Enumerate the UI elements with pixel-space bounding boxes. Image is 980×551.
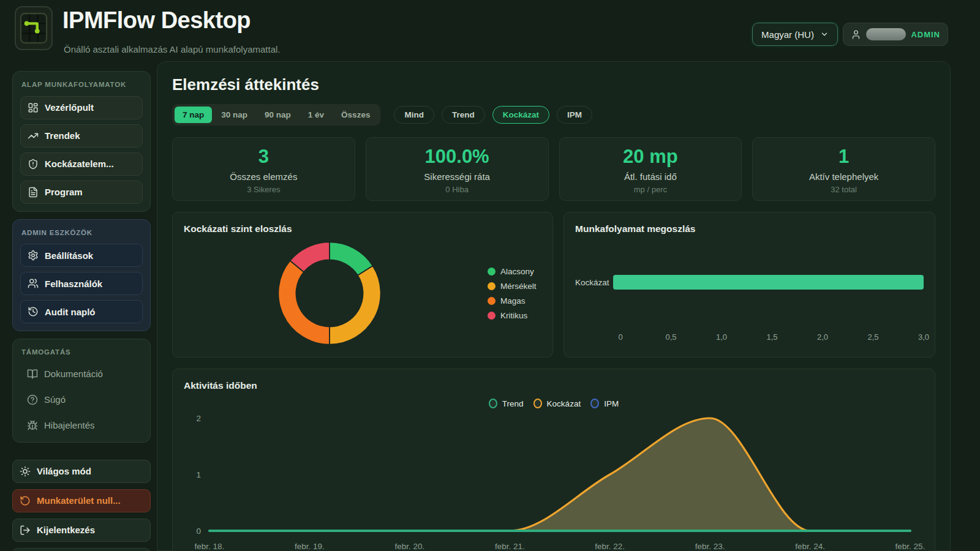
side-button-label: Világos mód bbox=[37, 466, 91, 476]
charts-row: Kockázati szint eloszlás AlacsonyMérséke… bbox=[172, 212, 935, 358]
sidebar-item-dokumentacio[interactable]: Dokumentáció bbox=[20, 365, 143, 383]
x-axis-tick: 2,5 bbox=[867, 332, 878, 342]
book-open-icon bbox=[27, 369, 38, 380]
sidebar-item-label: Felhasználók bbox=[45, 279, 102, 289]
x-axis-tick: 3,0 bbox=[918, 332, 929, 342]
tab-90-nap[interactable]: 90 nap bbox=[257, 107, 299, 123]
sidebar-group-admin: ADMIN ESZKÖZÖK Beállítások Felhasználók … bbox=[12, 219, 151, 332]
user-pill[interactable]: ADMIN bbox=[843, 23, 948, 46]
app-logo bbox=[15, 6, 53, 50]
sidebar-item-hibajelentes[interactable]: Hibajelentés bbox=[20, 416, 143, 435]
stat-sub: 0 Hiba bbox=[366, 185, 548, 194]
filter-ipm[interactable]: IPM bbox=[557, 106, 592, 124]
legend-item-Kritikus[interactable]: Kritikus bbox=[488, 311, 537, 320]
filter-trend[interactable]: Trend bbox=[442, 106, 485, 124]
x-axis-tick: febr. 22. bbox=[595, 542, 625, 551]
bar-axis-ticks: 00,51,01,52,02,53,0 bbox=[620, 332, 924, 342]
side-button-label: Kijelentkezés bbox=[37, 525, 95, 535]
sidebar-item-trendek[interactable]: Trendek bbox=[20, 124, 143, 148]
filter-mind[interactable]: Mind bbox=[394, 106, 434, 124]
donut-segment-Mérsékelt[interactable] bbox=[330, 266, 381, 344]
language-select-value: Magyar (HU) bbox=[761, 29, 814, 40]
sidebar-item-label: Beállítások bbox=[45, 250, 93, 261]
sidebar-item-vezerlopult[interactable]: Vezérlőpult bbox=[20, 96, 143, 119]
sidebar-item-label: Kockázatelem... bbox=[45, 159, 114, 169]
workflow-distribution-card: Munkafolyamat megoszlás Kockázat 00,51,0… bbox=[564, 212, 935, 358]
gear-icon bbox=[28, 250, 39, 261]
stat-label: Összes elemzés bbox=[173, 171, 355, 182]
y-axis-tick: 1 bbox=[196, 470, 201, 479]
time-range-tabs: 7 nap 30 nap 90 nap 1 év Összes bbox=[172, 104, 380, 126]
sidebar-item-program[interactable]: Program bbox=[20, 181, 143, 204]
x-axis-tick: 2,0 bbox=[817, 332, 828, 342]
light-mode-button[interactable]: Világos mód bbox=[12, 460, 151, 483]
sidebar-item-label: Trendek bbox=[45, 130, 80, 141]
legend-label: Kritikus bbox=[500, 311, 527, 320]
reset-workspace-button[interactable]: Munkaterület null... bbox=[12, 489, 151, 512]
activity-chart: 012febr. 18.febr. 19.febr. 20.febr. 21.f… bbox=[184, 405, 920, 551]
sidebar-item-label: Hibajelentés bbox=[44, 420, 95, 430]
risk-distribution-card: Kockázati szint eloszlás AlacsonyMérséke… bbox=[172, 212, 553, 358]
tab-1-ev[interactable]: 1 év bbox=[300, 107, 332, 123]
stat-card-osszes-elemzes: 3 Összes elemzés 3 Sikeres bbox=[172, 137, 355, 201]
bug-icon bbox=[27, 420, 38, 431]
stat-value: 100.0% bbox=[366, 146, 548, 168]
sidebar-item-audit-naplo[interactable]: Audit napló bbox=[20, 300, 143, 323]
legend-item-Magas[interactable]: Magas bbox=[488, 296, 537, 305]
chart-title: Aktivitás időben bbox=[184, 380, 924, 391]
user-name-redacted bbox=[866, 28, 906, 40]
logout-button[interactable]: Kijelentkezés bbox=[12, 519, 151, 542]
legend-item-Alacsony[interactable]: Alacsony bbox=[488, 267, 537, 276]
users-icon bbox=[28, 278, 39, 289]
x-axis-tick: 1,0 bbox=[716, 332, 727, 342]
filter-kockazat[interactable]: Kockázat bbox=[492, 106, 549, 124]
app-title: IPMFlow Desktop bbox=[62, 7, 251, 34]
legend-dot bbox=[488, 297, 496, 305]
sidebar: ALAP MUNKAFOLYAMATOK Vezérlőpult Trendek… bbox=[12, 71, 151, 551]
history-icon bbox=[28, 306, 39, 317]
bar-category-label: Kockázat bbox=[575, 278, 613, 287]
x-axis-tick: febr. 25. bbox=[895, 542, 925, 551]
sidebar-item-sugo[interactable]: Súgó bbox=[20, 391, 143, 409]
donut-segment-Magas[interactable] bbox=[278, 261, 330, 345]
stat-label: Sikerességi ráta bbox=[366, 171, 548, 182]
sidebar-item-label: Súgó bbox=[44, 394, 66, 405]
x-axis-tick: 0,5 bbox=[666, 332, 677, 342]
legend-label: Alacsony bbox=[500, 267, 534, 276]
sidebar-item-felhasznalok[interactable]: Felhasználók bbox=[20, 272, 143, 295]
role-badge: ADMIN bbox=[911, 30, 940, 39]
x-axis-tick: 0 bbox=[618, 332, 622, 342]
stat-value: 1 bbox=[753, 146, 935, 168]
stat-card-sikeressegi-rata: 100.0% Sikerességi ráta 0 Hiba bbox=[366, 137, 549, 201]
tab-osszes[interactable]: Összes bbox=[333, 107, 378, 123]
tab-30-nap[interactable]: 30 nap bbox=[213, 107, 255, 123]
grid-flow-icon bbox=[20, 12, 48, 45]
sidebar-item-label: Vezérlőpult bbox=[45, 102, 94, 113]
stat-sub: mp / perc bbox=[560, 185, 742, 194]
rotate-ccw-icon bbox=[20, 495, 31, 506]
stat-value: 3 bbox=[173, 146, 355, 168]
dashboard-icon bbox=[28, 102, 39, 113]
help-circle-icon bbox=[27, 394, 38, 405]
bar-kockazat[interactable] bbox=[613, 275, 924, 290]
user-icon bbox=[851, 29, 861, 40]
sidebar-item-beallitasok[interactable]: Beállítások bbox=[20, 244, 143, 267]
x-axis-tick: febr. 24. bbox=[795, 542, 825, 551]
sidebar-item-kockazatelemzes[interactable]: Kockázatelem... bbox=[20, 152, 143, 176]
sidebar-group-support: TÁMOGATÁS Dokumentáció Súgó Hibajelentés bbox=[12, 339, 151, 443]
language-select[interactable]: Magyar (HU) bbox=[752, 23, 838, 46]
shield-alert-icon bbox=[28, 159, 39, 170]
x-axis-tick: febr. 20. bbox=[394, 542, 424, 551]
x-axis-tick: febr. 23. bbox=[695, 542, 725, 551]
trending-up-icon bbox=[28, 130, 39, 141]
donut-area: AlacsonyMérsékeltMagasKritikus bbox=[184, 239, 541, 347]
log-out-icon bbox=[20, 525, 31, 536]
tab-7-nap[interactable]: 7 nap bbox=[175, 107, 212, 123]
legend-dot bbox=[488, 312, 496, 320]
legend-label: Magas bbox=[500, 296, 526, 305]
app-subtitle: Önálló asztali alkalmazás AI alapú munka… bbox=[64, 44, 281, 54]
legend-label: Mérsékelt bbox=[500, 282, 537, 291]
legend-item-Mérsékelt[interactable]: Mérsékelt bbox=[488, 282, 537, 291]
y-axis-tick: 0 bbox=[196, 527, 201, 536]
file-text-icon bbox=[28, 187, 39, 198]
